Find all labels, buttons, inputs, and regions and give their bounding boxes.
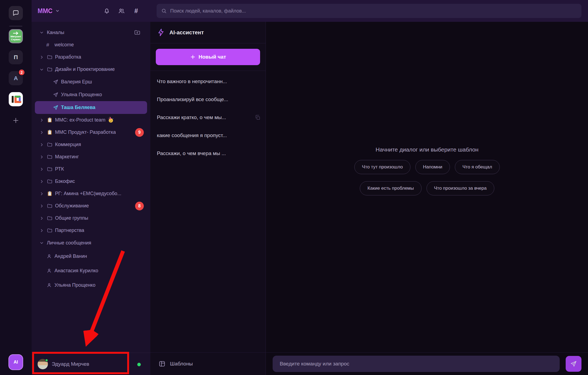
workspace-a[interactable]: А 2: [9, 71, 23, 85]
plus-icon: [190, 54, 196, 60]
new-chat-label: Новый чат: [199, 54, 226, 60]
folder-icon: [47, 66, 55, 72]
workspace-label: Мигрант Сервис: [9, 35, 22, 41]
sidebar-item-label: Валерия Ерш: [61, 79, 92, 85]
current-user[interactable]: Эдуард Мирчев: [38, 359, 89, 369]
folder-icon: [47, 179, 55, 184]
sidebar-item[interactable]: Ульяна Прощенко: [35, 88, 147, 101]
chat-item-label: Что важного в непрочитанн...: [157, 78, 227, 84]
clipboard-icon: [47, 117, 55, 123]
sidebar-section-header[interactable]: Личные сообщения: [35, 237, 147, 249]
chevron-right-icon: [40, 216, 47, 220]
ai-assistant-rail-button[interactable]: AI: [8, 354, 23, 370]
channels-button[interactable]: #: [133, 7, 140, 14]
chat-item-label: Расскажи, о чем вчера мы ...: [157, 150, 226, 156]
sidebar-item[interactable]: Общие группы: [35, 212, 147, 224]
sidebar-item[interactable]: #welcome: [35, 39, 147, 51]
folder-icon: [47, 215, 55, 221]
global-search[interactable]: [157, 4, 581, 18]
assistant-chat-item[interactable]: Проанализируй все сообще...: [150, 90, 266, 108]
sidebar-section-header[interactable]: Каналы: [35, 26, 147, 39]
sidebar-item[interactable]: РТК: [35, 163, 147, 175]
sidebar-item[interactable]: РГ: Амина +ЕМС(медусобо...: [35, 188, 147, 200]
sidebar-item-label: ММС: ex-Product team: [55, 117, 105, 123]
workspace-migrant-service[interactable]: Мигрант Сервис: [9, 29, 23, 43]
workspace-switcher[interactable]: ММС: [38, 0, 60, 22]
chevron-right-icon: [40, 55, 47, 59]
templates-label: Шаблоны: [170, 361, 193, 367]
send-icon: [53, 92, 61, 98]
unread-badge: 2: [18, 69, 25, 76]
assistant-chat-item[interactable]: Расскажи, о чем вчера мы ...: [150, 144, 266, 162]
sidebar-item[interactable]: Анастасия Курилко: [35, 264, 147, 278]
template-chip[interactable]: Какие есть проблемы: [360, 181, 421, 195]
folder-icon: [47, 142, 55, 147]
template-chip[interactable]: Что произошло за вчера: [426, 181, 494, 195]
sidebar-item[interactable]: Таша Беляева: [35, 101, 147, 114]
clipboard-icon: [47, 191, 55, 196]
sidebar-item[interactable]: Бэкофис: [35, 175, 147, 188]
unread-badge: 9: [135, 128, 144, 137]
chat-bubble-icon: [12, 10, 19, 17]
chevron-down-icon: [40, 241, 47, 245]
assistant-header: AI-ассистент: [150, 22, 266, 43]
conversation-area: Начните диалог или выберите шаблон Что т…: [266, 22, 588, 375]
sidebar-item[interactable]: Партнерства: [35, 224, 147, 237]
chevron-right-icon: [40, 229, 47, 232]
sidebar-item[interactable]: Ульяна Прощенко: [35, 278, 147, 292]
assistant-chat-item[interactable]: Расскажи кратко, о чем мы...: [150, 108, 266, 126]
workspace-p[interactable]: П: [9, 50, 23, 64]
templates-button[interactable]: Шаблоны: [150, 352, 266, 375]
notifications-button[interactable]: [103, 7, 110, 14]
channels-sidebar: Каналы#welcomeРазработкаДизайн и Проекти…: [32, 22, 150, 353]
person-icon: [46, 268, 54, 274]
search-input[interactable]: [170, 8, 577, 14]
add-channel-icon[interactable]: [134, 29, 141, 36]
copy-icon[interactable]: [255, 114, 261, 120]
sidebar-item-label: Бэкофис: [55, 179, 75, 184]
sidebar-item[interactable]: Разработка: [35, 51, 147, 63]
sidebar-item-label: Обслуживание: [55, 203, 89, 209]
sidebar-item[interactable]: Обслуживание8: [35, 200, 147, 212]
sidebar-item[interactable]: ММС Продукт- Разработка9: [35, 126, 147, 138]
sidebar-item-label: welcome: [54, 42, 74, 48]
chevron-right-icon: [40, 155, 47, 159]
plus-icon: [12, 117, 20, 124]
user-avatar: [38, 359, 48, 369]
add-workspace-button[interactable]: [9, 113, 23, 128]
sidebar-item[interactable]: Дизайн и Проектирование: [35, 63, 147, 75]
send-icon: [53, 105, 61, 110]
message-composer: [266, 352, 588, 375]
command-input[interactable]: [273, 356, 560, 372]
sidebar-item[interactable]: ММС: ex-Product team: [35, 114, 147, 126]
chevron-right-icon: [40, 204, 47, 208]
new-chat-button[interactable]: Новый чат: [156, 49, 260, 65]
folder-icon: [47, 203, 55, 209]
send-icon: [53, 79, 61, 85]
assistant-title: AI-ассистент: [169, 29, 204, 36]
company-logo-icon: [9, 92, 23, 106]
chat-item-label: какие сообщения я пропуст...: [157, 132, 227, 138]
online-status-dot: [137, 363, 141, 366]
channel-list: Каналы#welcomeРазработкаДизайн и Проекти…: [32, 22, 150, 292]
sidebar-item[interactable]: Андрей Ванин: [35, 249, 147, 264]
assistant-chat-item[interactable]: Что важного в непрочитанн...: [150, 72, 266, 90]
template-chip[interactable]: Что я обещал: [455, 160, 500, 174]
template-chip[interactable]: Что тут произошло: [354, 160, 410, 174]
arrow-right-icon: [13, 32, 19, 35]
folder-icon: [47, 154, 55, 160]
chat-item-label: Расскажи кратко, о чем мы...: [157, 114, 226, 120]
chevron-down-icon: [55, 9, 60, 13]
sidebar-item[interactable]: Маркетинг: [35, 151, 147, 163]
sidebar-item[interactable]: Валерия Ерш: [35, 75, 147, 88]
sidebar-item-label: Партнерства: [55, 228, 84, 233]
layout-template-icon: [159, 360, 166, 367]
assistant-chat-item[interactable]: какие сообщения я пропуст...: [150, 126, 266, 144]
chats-button[interactable]: [9, 6, 23, 20]
send-button[interactable]: [566, 356, 581, 372]
workspace-logo[interactable]: [9, 92, 23, 106]
app-window: Мигрант Сервис П А 2 AI ММС: [0, 0, 588, 375]
members-button[interactable]: [118, 7, 125, 14]
template-chip[interactable]: Напомни: [415, 160, 450, 174]
sidebar-item[interactable]: Коммерция: [35, 138, 147, 151]
